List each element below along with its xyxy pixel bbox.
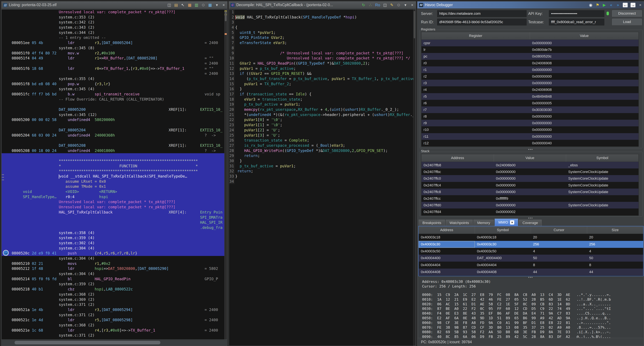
scroll-thumb[interactable] bbox=[414, 11, 415, 38]
rename-icon[interactable]: Ro bbox=[375, 3, 380, 7]
listing-line[interactable]: system.c:371 (2) bbox=[2, 312, 224, 318]
listing-line[interactable]: 0800521c 1e 4d ldr r5,[DAT_08005298] = 2… bbox=[2, 318, 224, 323]
table-row[interactable]: r100x00000000 bbox=[422, 126, 638, 133]
table-row[interactable]: 0x2407ffd00x00000000SystemCoreClockUpdat… bbox=[422, 202, 638, 208]
table-row[interactable]: r110x00000000 bbox=[422, 133, 638, 140]
table-row[interactable]: cpsr0x00000000 bbox=[422, 40, 638, 46]
decompiler-line[interactable]: 6 GPIO_PinState GVar2; bbox=[229, 35, 413, 40]
table-row[interactable]: r00x24006908 bbox=[422, 60, 638, 66]
listing-line[interactable]: void __stdcall HAL_SPI_TxRxCpltCallback(… bbox=[2, 174, 224, 179]
listing-line[interactable]: system.c:371 (2) bbox=[2, 302, 224, 307]
listing-line[interactable]: system.c:345 (4) bbox=[2, 86, 224, 92]
listing-code-view[interactable]: Unresolved local var: complete_packet * … bbox=[2, 10, 224, 339]
listing-line[interactable]: system.c:302 (4) bbox=[2, 240, 224, 246]
registers-header[interactable]: RegisterValue bbox=[422, 32, 638, 40]
listing-line[interactable]: ****************************************… bbox=[2, 158, 224, 164]
refresh-icon[interactable]: ↻ bbox=[362, 3, 366, 7]
listing-line[interactable]: system.c:304 (4) bbox=[2, 256, 224, 261]
record-icon[interactable]: ◉ bbox=[589, 3, 593, 7]
listing-line[interactable]: Unresolved local var: complete_packet * … bbox=[2, 200, 224, 204]
listing-horizontal-scrollbar[interactable] bbox=[2, 340, 227, 345]
listing-line[interactable]: system.c:369 (2) bbox=[2, 297, 224, 302]
listing-line[interactable]: 08005210 02 21 movs r1,#0x2 bbox=[2, 261, 224, 266]
listing-line[interactable]: system.c:345 (8) bbox=[2, 46, 224, 51]
listing-line[interactable]: -- Flow Override: CALL_RETURN (CALL_TERM… bbox=[2, 97, 224, 102]
decompiler-line[interactable]: 29 return; bbox=[229, 153, 413, 158]
table-row[interactable]: 0x2407ffbc0x00000000SystemCoreClockUpdat… bbox=[422, 168, 638, 175]
table-row[interactable]: r10x00000000 bbox=[422, 66, 638, 73]
decompiler-line[interactable]: 21 *(undefined4 *)(&(rx_pkt_userspace->h… bbox=[229, 112, 413, 118]
table-row[interactable]: 0x2407ffc40x00000000SystemCoreClockUpdat… bbox=[422, 182, 638, 188]
graph-icon[interactable]: ∴ bbox=[368, 3, 372, 7]
decompiler-line[interactable]: 14 (p_tx_buf_transfer = p_tx_buf_active,… bbox=[229, 76, 413, 82]
dropdown-icon[interactable]: ▾ bbox=[404, 3, 407, 7]
listing-line[interactable] bbox=[2, 153, 224, 158]
hex-row[interactable]: 0070: FE 38 9B 87 CD CF 3D 80 13 08 35 3… bbox=[422, 325, 642, 330]
listing-line[interactable]: system.c:345 (12) bbox=[2, 112, 224, 118]
listing-line[interactable]: 080051f4 04 49 ldr r1=>RX_Buffer,[DAT_08… bbox=[2, 56, 224, 61]
copy-icon[interactable]: ◫ bbox=[383, 3, 387, 7]
listing-line[interactable]: 0800521e 1c 68 ldr r4,[r3,#0x0]=>->TX_Bu… bbox=[2, 328, 224, 333]
decompiler-line[interactable]: 7 eTransferState eVar3; bbox=[229, 40, 413, 46]
tab-breakpoints[interactable]: Breakpoints bbox=[419, 220, 445, 226]
listing-line[interactable]: SPI_DMATra bbox=[2, 215, 224, 220]
listing-line[interactable]: system.c:368 (2) bbox=[2, 323, 224, 328]
listing-line[interactable]: .debug_fra bbox=[2, 225, 224, 230]
testcase-input[interactable] bbox=[549, 19, 604, 26]
close-icon[interactable]: × bbox=[410, 3, 414, 7]
decompiler-line[interactable]: 4{ bbox=[229, 25, 413, 30]
decompiler-line[interactable]: 33} bbox=[229, 174, 413, 179]
listing-line[interactable]: 08005212 1f 48 ldr hspi=>DAT_58020800,[D… bbox=[2, 266, 224, 271]
hex-row[interactable]: 0000: 15 C9 2A 1C 27 E8 79 FC 08 8A C8 A… bbox=[422, 292, 642, 297]
listing-line[interactable]: 08005218 40 b1 cbz hspi,LAB_0800522c bbox=[2, 287, 224, 292]
listing-line[interactable]: 080051f0 4f f4 80 72 mov.w r2,#0x100 bbox=[2, 51, 224, 56]
step-icon[interactable]: ⚑ bbox=[596, 3, 600, 7]
decompiler-line[interactable]: 23 puVar1[1] = '\0'; bbox=[229, 122, 413, 128]
copy-icon[interactable]: ◫ bbox=[167, 3, 171, 7]
listing-line[interactable]: HAL_SPI_TxRxCpltCallback XREF[4]: Entry … bbox=[2, 210, 224, 215]
panel-drag-handle[interactable]: •••••• bbox=[2, 174, 4, 181]
close-icon[interactable]: × bbox=[638, 3, 642, 7]
listing-line[interactable]: = 2400 bbox=[2, 71, 224, 76]
tab-coverage[interactable]: Coverage bbox=[519, 220, 542, 226]
table-row[interactable]: 0x2407ffcc0xfffffff9 bbox=[422, 195, 638, 202]
listing-line[interactable]: Unresolved local var: complete_packet * … bbox=[2, 204, 224, 210]
listing-line[interactable]: system.c:355 (4) bbox=[2, 76, 224, 82]
mmio-header[interactable]: AddressSymbolCursorSize bbox=[419, 226, 643, 234]
decompiler-line[interactable]: 18 eVar3 = transaction_state; bbox=[229, 97, 413, 102]
table-row[interactable]: r120x00000040 bbox=[422, 140, 638, 146]
splitter-handle[interactable]: ••• bbox=[418, 148, 644, 151]
table-row[interactable]: 0x400044080x400044084444 bbox=[419, 268, 643, 276]
disconnect-button[interactable]: Disconnect bbox=[612, 10, 642, 17]
decompiler-line[interactable]: 11 GVar2 = HAL_GPIO_ReadPin((GPIO_TypeDe… bbox=[229, 61, 413, 66]
hex-row[interactable]: 0050: E2 AF 6A 0E 48 9D 1D 51 89 65 B6 9… bbox=[422, 316, 642, 320]
listing-line[interactable]: assume LRset = 0x0 bbox=[2, 179, 224, 184]
decompiler-line[interactable]: 10 Unresolved local var: complete_packet… bbox=[229, 56, 413, 61]
listing-line[interactable] bbox=[2, 102, 224, 107]
listing-line[interactable]: system.c:353 (2) bbox=[2, 15, 224, 20]
decompiler-line[interactable]: 3 bbox=[229, 20, 413, 25]
decompiler-line[interactable]: 31 p_tx_buf_active = puVar1; bbox=[229, 164, 413, 169]
listing-line[interactable]: system.c:368 (2) bbox=[2, 292, 224, 297]
listing-line[interactable]: ****************************************… bbox=[2, 169, 224, 174]
decompiler-line[interactable]: 19 p_tx_buf_active = puVar1; bbox=[229, 102, 413, 107]
listing-line[interactable]: system.c:344 (2) bbox=[2, 30, 224, 35]
decompiler-line[interactable]: 27 is_rx_buf_userspace_processed = (_Boo… bbox=[229, 143, 413, 148]
table-row[interactable]: r80x00000000 bbox=[422, 113, 638, 120]
table-row[interactable]: r90x00000000 bbox=[422, 120, 638, 126]
table-row[interactable]: r40x24006908 bbox=[422, 86, 638, 93]
run-icon[interactable]: ▶ bbox=[602, 3, 606, 7]
cursor-location-icon[interactable]: ↖ bbox=[181, 3, 185, 7]
back-icon[interactable]: ← bbox=[623, 3, 628, 7]
listing-line[interactable]: Unresolved local var: complete_packet * … bbox=[2, 10, 224, 15]
listing-line[interactable]: * FUNCTION * bbox=[2, 164, 224, 169]
decompiler-line[interactable]: 24 puVar1[2] = 'U'; bbox=[229, 128, 413, 133]
scroll-thumb[interactable] bbox=[14, 341, 160, 344]
listing-line[interactable]: DAT_08005208 XREF[1]: EXTI15_10_ bbox=[2, 143, 224, 148]
listing-line[interactable]: system.c:359 (4) bbox=[2, 235, 224, 240]
listing-line[interactable]: DAT_08005204 XREF[1]: EXTI15_10_ bbox=[2, 128, 224, 133]
listing-line[interactable]: 080051f6 18 68 ldr r0=>TX_Buffer_1,[r3,#… bbox=[2, 66, 224, 71]
dropdown-icon[interactable]: ▾ bbox=[215, 3, 219, 7]
decompiler-code-view[interactable]: 12void HAL_SPI_TxRxCpltCallback(SPI_Hand… bbox=[229, 10, 413, 346]
listing-line[interactable]: system.c:358 (4) bbox=[2, 230, 224, 236]
